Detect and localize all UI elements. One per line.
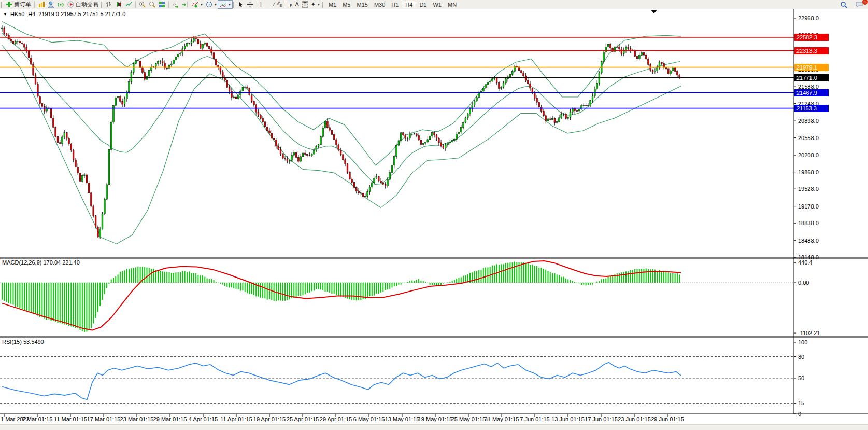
axis-tick-label: 100 [798,339,807,345]
date-tick-label: 29 Apr 01:15 [320,416,352,422]
date-tick-label: 19 May 01:15 [418,416,453,422]
auto-scroll-button[interactable] [170,1,180,8]
bar-chart-icon [106,1,112,8]
crosshair-icon [247,1,253,8]
crosshair-button[interactable] [245,1,255,8]
chart-shift-button[interactable] [180,1,190,8]
chart-area[interactable]: ▼ HK50-,H4 21919.0 21957.5 21751.5 21771… [0,9,868,424]
timeframe-h1[interactable]: H1 [388,1,402,8]
zoom-in-icon [139,1,146,8]
date-tick-label: 4 Apr 01:15 [189,416,218,422]
tile-windows-button[interactable] [157,1,167,8]
candlestick-chart-icon [116,1,122,8]
zoom-in-button[interactable] [137,1,147,8]
arrows-button[interactable]: ✦▾ [309,1,321,8]
bar-chart-button[interactable] [104,1,114,8]
hline-price-label: 22582.3 [794,34,829,41]
text-label-button[interactable]: T [301,1,309,8]
timeframe-d1[interactable]: D1 [416,1,430,8]
auto-scroll-icon [172,1,179,8]
date-tick-label: 17 Mar 01:15 [87,416,121,422]
axis-tick-label: 440.4 [798,259,813,266]
vertical-line-button[interactable]: | [259,1,263,8]
new-order-button[interactable]: 新订单 [4,1,33,8]
trendline-button[interactable]: ∕ [272,1,276,8]
chart-shift-icon [182,1,189,8]
arrows-icon: ✦ [311,2,316,7]
axis-tick-label: 20898.0 [798,118,819,124]
axis-tick-label: -1102.21 [798,330,820,336]
zoom-out-button[interactable] [147,1,157,8]
axis-tick-label: 80 [798,354,804,360]
date-tick-label: 17 Jun 01:15 [585,416,618,422]
toolbar: 新订单 自动交易 [0,0,868,9]
chart-header: ▼ HK50-,H4 21919.0 21957.5 21751.5 21771… [3,11,125,17]
symbol-dropdown-icon[interactable]: ▼ [3,12,7,17]
auto-trading-button[interactable]: 自动交易 [66,1,100,8]
cursor-icon [238,1,244,8]
timeframe-m30[interactable]: M30 [371,1,388,8]
search-icon [840,1,847,8]
chart-canvas[interactable] [0,9,868,424]
notifications-button[interactable]: 1 [854,1,865,8]
templates-button[interactable]: ▾ [218,1,232,8]
trendline-icon: ∕ [274,2,275,7]
date-tick-label: 29 Mar 01:15 [153,416,187,422]
date-tick-label: 13 Jun 01:15 [551,416,585,422]
axis-tick-label: 18488.0 [798,238,819,244]
date-tick-label: 11 Apr 01:15 [220,416,252,422]
rsi-label: RSI(15) 53.5490 [2,339,44,345]
axis-tick-label: 18838.0 [798,220,819,226]
expert-advisor-icon [48,1,54,8]
signals-icon [58,1,64,8]
axis-tick-label: 19178.0 [798,203,819,210]
notification-badge: 1 [862,0,868,5]
chart-window-button[interactable] [36,1,46,8]
status-bar [0,424,868,430]
horizontal-line-button[interactable]: — [263,1,272,8]
fibonacci-button[interactable]: ≣F [283,1,294,8]
timeframe-w1[interactable]: W1 [430,1,445,8]
timeframe-m15[interactable]: M15 [353,1,371,8]
fibonacci-icon: ≣F [285,1,292,8]
new-order-label: 新订单 [14,1,31,8]
symbol-period-label: HK50-,H4 [10,11,35,17]
toolbar-grip[interactable] [1,2,3,8]
hline-price-label: 21153.3 [794,105,829,112]
clock-icon [206,1,212,8]
timeframe-m1[interactable]: M1 [325,1,339,8]
hline-price-label: 21467.9 [794,89,829,96]
date-tick-label: 25 May 01:15 [451,416,486,422]
text-button[interactable]: A [294,1,301,8]
axis-tick-label: 22968.0 [798,15,819,21]
hline-price-label: 22313.3 [794,47,829,54]
axis-tick-label: 19528.0 [798,186,819,192]
candlestick-chart-button[interactable] [114,1,124,8]
timeframe-m5[interactable]: M5 [339,1,353,8]
line-chart-icon [125,1,132,8]
expert-advisor-button[interactable] [46,1,56,8]
vertical-line-icon: | [260,2,262,7]
templates-icon [220,1,226,8]
line-chart-button[interactable] [124,1,134,8]
periods-button[interactable]: ▾ [204,1,218,8]
signals-button[interactable] [56,1,66,8]
add-indicator-button[interactable]: ▾ [190,1,204,8]
auto-trading-label: 自动交易 [76,1,98,8]
date-tick-label: 25 Apr 01:15 [287,416,319,422]
timeframe-mn[interactable]: MN [445,1,460,8]
timeframe-toolbar: M1M5M15M30H1H4D1W1MN [325,1,460,8]
search-button[interactable] [838,1,849,8]
axis-tick-label: 19868.0 [798,169,819,175]
equidistant-channel-button[interactable]: ∕∕E [276,1,283,8]
hline-price-label: 21979.1 [794,64,829,71]
add-indicator-caret: ▾ [201,2,203,7]
axis-tick-label: 0 [798,411,801,417]
horizontal-line-icon: — [265,2,271,7]
equidistant-channel-icon: ∕∕E [278,1,282,8]
auto-trading-icon [67,1,74,8]
cursor-button[interactable] [236,1,245,8]
axis-tick-label: 20208.0 [798,152,819,158]
timeframe-h4[interactable]: H4 [402,1,416,8]
chart-window-icon [38,1,45,8]
